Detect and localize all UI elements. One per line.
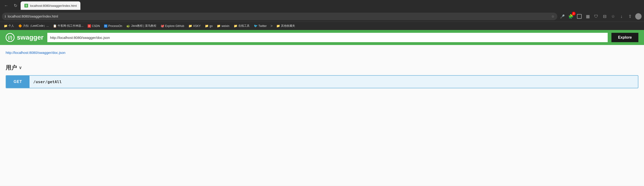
folder-icon: 📁 (4, 24, 8, 28)
bookmark-label: Twitter (258, 24, 267, 28)
back-button[interactable]: ← (2, 2, 10, 10)
swagger-icon: {/} (6, 33, 14, 42)
swagger-brand: swagger (17, 34, 44, 41)
bookmark-label: 牛客网-找工作神器... (58, 24, 84, 28)
bookmark-tools[interactable]: 📁 在线工具 (232, 23, 252, 29)
swagger-header: {/} swagger Explore (0, 30, 644, 45)
folder-icon: 📁 (205, 24, 208, 28)
bookmark-favicon: C (88, 24, 91, 28)
profile-avatar (635, 13, 642, 20)
bookmark-xsky[interactable]: 📁 XSKY (186, 23, 202, 28)
bookmark-java[interactable]: 🐢 Java教程 | 菜鸟教程 (124, 23, 158, 29)
bookmark-go[interactable]: 📁 go (203, 23, 214, 28)
bookmark-label: ProcessOn (108, 24, 122, 28)
bookmark-label: 力扣（LeetCode）... (23, 24, 49, 28)
endpoint-row[interactable]: GET /user/getAll (6, 75, 638, 88)
downloads-button[interactable]: ↓ (618, 13, 625, 20)
api-section-title[interactable]: 用户 ∨ (6, 64, 638, 72)
layout-button[interactable]: ⊟ (601, 13, 608, 20)
more-bookmarks-button[interactable]: > (269, 23, 274, 29)
bookmark-label: CSDN (92, 24, 100, 28)
bookmark-processon[interactable]: On ProcessOn (102, 24, 124, 28)
bookmark-csdn[interactable]: C CSDN (86, 24, 102, 28)
folder-icon: 📁 (276, 24, 280, 28)
bookmark-other[interactable]: 📁 其他收藏夹 (274, 23, 297, 29)
share-icon: ⇪ (628, 14, 632, 19)
swagger-url-input[interactable] (47, 33, 608, 42)
media-icon (577, 14, 582, 19)
bookmark-favicon: On (104, 24, 107, 28)
active-tab[interactable]: S localhost:8080/swagger/index.html (20, 2, 80, 10)
star-icon[interactable]: ☆ (552, 14, 554, 18)
content-area: http://localhost:8080/swagger/doc.json 用… (0, 45, 644, 186)
bookmark-favicon: 🐙 (160, 24, 164, 28)
qrcode-icon: ▦ (586, 14, 590, 19)
bookmark-github[interactable]: 🐙 Explore GitHub (159, 23, 186, 28)
swagger-logo: {/} swagger (6, 33, 44, 42)
refresh-button[interactable]: ↻ (11, 2, 20, 10)
swagger-icon-text: {/} (8, 35, 12, 40)
notification-badge: 3 (572, 12, 576, 16)
bookmark-label: 在线工具 (238, 24, 250, 28)
method-badge: GET (6, 76, 30, 88)
bookmark-leetcode[interactable]: 🔶 力扣（LeetCode）... (16, 23, 50, 29)
profile-button[interactable] (635, 13, 642, 20)
bookmark-label: Explore GitHub (165, 24, 184, 28)
twitter-icon: 🐦 (254, 24, 258, 28)
layout-icon: ⊟ (603, 14, 606, 19)
voice-search-button[interactable]: 🎤 (559, 13, 566, 20)
folder-icon: 📁 (188, 24, 192, 28)
bookmark-niuke[interactable]: 📋 牛客网-找工作神器... (51, 23, 85, 29)
bookmarks-bar: 📁 个人 🔶 力扣（LeetCode）... 📋 牛客网-找工作神器... C … (0, 22, 644, 30)
security-button[interactable]: 🛡 (592, 13, 600, 20)
info-icon: ℹ (5, 14, 6, 18)
tab-title: localhost:8080/swagger/index.html (30, 4, 77, 8)
bookmark-label: 个人 (8, 24, 14, 28)
address-bar-row: ℹ localhost:8080/swagger/index.html ☆ 🎤 … (0, 11, 644, 22)
chevron-down-icon: ∨ (19, 65, 22, 70)
bookmark-label: go (210, 24, 212, 28)
address-bar-url: localhost:8080/swagger/index.html (8, 14, 550, 18)
bookmark-favicon: 🐢 (126, 24, 130, 28)
folder-icon: 📁 (234, 24, 238, 28)
folder-icon: 📁 (217, 24, 220, 28)
bookmark-favicon: 🔶 (18, 24, 22, 28)
qrcode-button[interactable]: ▦ (584, 13, 592, 20)
extensions-button[interactable]: 🧩 3 (567, 13, 575, 20)
bookmark-label: Java教程 | 菜鸟教程 (131, 24, 156, 28)
media-button[interactable] (576, 13, 583, 20)
tab-bar: ← ↻ S localhost:8080/swagger/index.html (0, 0, 644, 11)
bookmark-label: weixin (222, 24, 229, 28)
shield-icon: 🛡 (594, 14, 598, 19)
download-icon: ↓ (620, 14, 623, 19)
browser-chrome: ← ↻ S localhost:8080/swagger/index.html … (0, 0, 644, 30)
tab-favicon: S (24, 4, 28, 8)
address-bar-container[interactable]: ℹ localhost:8080/swagger/index.html ☆ (2, 13, 557, 20)
toolbar-icons: 🎤 🧩 3 ▦ 🛡 ⊟ ☆ ↓ ⇪ (559, 13, 642, 20)
bookmarks-icon: ☆ (611, 14, 615, 19)
bookmark-label: XSKY (193, 24, 200, 28)
bookmark-weixin[interactable]: 📁 weixin (215, 23, 231, 28)
bookmark-twitter[interactable]: 🐦 Twitter (252, 23, 268, 28)
bookmark-personal[interactable]: 📁 个人 (2, 23, 16, 29)
bookmark-label: 其他收藏夹 (281, 24, 295, 28)
endpoint-path: /user/getAll (30, 80, 66, 84)
doc-link[interactable]: http://localhost:8080/swagger/doc.json (6, 50, 638, 54)
bookmarks-button[interactable]: ☆ (609, 13, 617, 20)
bookmark-favicon: 📋 (53, 24, 57, 28)
explore-button[interactable]: Explore (612, 33, 638, 42)
share-button[interactable]: ⇪ (626, 13, 634, 20)
section-title-text: 用户 (6, 64, 17, 72)
